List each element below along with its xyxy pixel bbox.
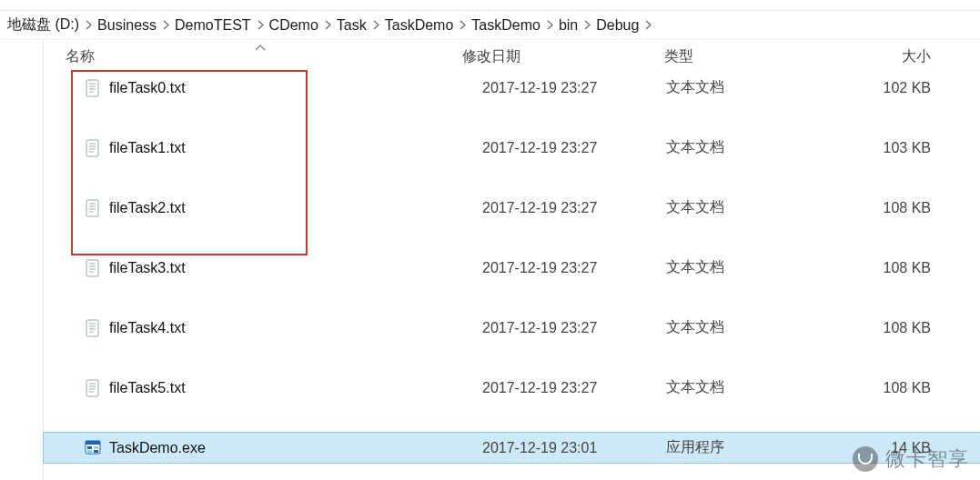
column-headers: 名称 修改日期 类型 大小 [44,40,980,73]
svg-rect-31 [86,441,100,445]
column-header-size[interactable]: 大小 [831,47,949,66]
file-type: 文本文档 [666,318,724,337]
file-name: TaskDemo.exe [109,440,206,456]
watermark: 微卡智享 [853,445,969,473]
chevron-right-icon[interactable] [158,18,173,33]
breadcrumb-item[interactable]: bin [557,17,580,34]
file-size: 108 KB [831,380,949,396]
column-header-modified[interactable]: 修改日期 [462,47,653,66]
svg-rect-15 [86,260,98,276]
file-txt-icon [84,259,102,277]
file-modified: 2017-12-19 23:27 [482,320,597,336]
breadcrumb-item[interactable]: CDemo [268,17,320,34]
watermark-text: 微卡智享 [885,445,969,473]
navigation-pane[interactable] [0,40,44,480]
file-name: fileTask5.txt [109,380,186,396]
chevron-right-icon[interactable] [641,18,655,33]
file-modified: 2017-12-19 23:27 [482,140,597,156]
chevron-right-icon[interactable] [253,18,268,33]
file-row[interactable]: fileTask3.txt2017-12-19 23:27文本文档108 KB [44,253,980,283]
file-txt-icon [84,199,102,217]
chevron-right-icon[interactable] [542,18,557,33]
file-txt-icon [84,79,102,97]
svg-rect-10 [86,200,98,216]
breadcrumb-item[interactable]: DemoTEST [173,17,253,34]
wechat-icon [853,446,878,472]
file-row[interactable]: fileTask2.txt2017-12-19 23:27文本文档108 KB [44,193,980,223]
chevron-right-icon[interactable] [81,18,96,33]
file-modified: 2017-12-19 23:27 [482,260,597,276]
file-size: 108 KB [831,260,949,276]
file-name: fileTask3.txt [109,260,186,276]
file-size: 108 KB [831,320,949,336]
file-row[interactable]: fileTask5.txt2017-12-19 23:27文本文档108 KB [44,373,980,403]
file-row[interactable]: fileTask1.txt2017-12-19 23:27文本文档103 KB [44,133,980,163]
file-size: 103 KB [831,140,949,156]
file-type: 文本文档 [666,198,724,217]
file-row[interactable]: fileTask4.txt2017-12-19 23:27文本文档108 KB [44,313,980,343]
sort-ascending-icon [255,38,266,55]
chevron-right-icon[interactable] [369,18,383,33]
file-modified: 2017-12-19 23:27 [482,380,597,396]
breadcrumb-item[interactable]: Task [335,17,369,34]
chevron-right-icon[interactable] [580,18,594,33]
file-name: fileTask2.txt [109,200,186,216]
file-name: fileTask4.txt [109,320,186,336]
file-exe-icon [84,439,102,457]
svg-rect-35 [94,450,98,453]
breadcrumb-item[interactable]: Business [96,17,158,34]
file-size: 102 KB [831,80,949,96]
svg-rect-20 [86,320,98,336]
file-type: 文本文档 [666,138,724,157]
breadcrumb-item[interactable]: TaskDemo [383,17,456,34]
breadcrumb-item[interactable]: TaskDemo [470,17,542,34]
column-header-type[interactable]: 类型 [664,47,819,66]
svg-rect-5 [86,140,98,156]
chevron-right-icon[interactable] [455,18,470,33]
file-txt-icon [84,379,102,397]
breadcrumb-item[interactable]: Debug [594,17,641,34]
file-type: 文本文档 [666,258,724,277]
svg-rect-33 [94,446,98,449]
svg-rect-25 [86,380,98,396]
file-modified: 2017-12-19 23:01 [482,440,597,456]
file-size: 108 KB [831,200,949,216]
breadcrumb[interactable]: 地磁盘 (D:)BusinessDemoTESTCDemoTaskTaskDem… [0,11,980,40]
file-modified: 2017-12-19 23:27 [482,80,597,96]
svg-rect-34 [87,450,92,453]
file-row[interactable]: fileTask0.txt2017-12-19 23:27文本文档102 KB [44,73,980,103]
file-type: 应用程序 [666,438,724,457]
file-txt-icon [84,319,102,337]
file-txt-icon [84,139,102,157]
svg-rect-0 [86,80,98,96]
breadcrumb-item[interactable]: 地磁盘 (D:) [5,15,81,35]
svg-rect-32 [87,446,92,449]
file-row[interactable]: TaskDemo.exe2017-12-19 23:01应用程序14 KB [44,433,980,463]
file-type: 文本文档 [666,378,724,397]
file-list: 名称 修改日期 类型 大小 fileTask0.txt2017-12-19 23… [44,40,980,480]
chevron-right-icon[interactable] [320,18,335,33]
file-type: 文本文档 [666,78,724,97]
file-name: fileTask1.txt [109,140,186,156]
ribbon-toolbar [0,0,980,11]
file-name: fileTask0.txt [109,80,186,96]
file-modified: 2017-12-19 23:27 [482,200,597,216]
